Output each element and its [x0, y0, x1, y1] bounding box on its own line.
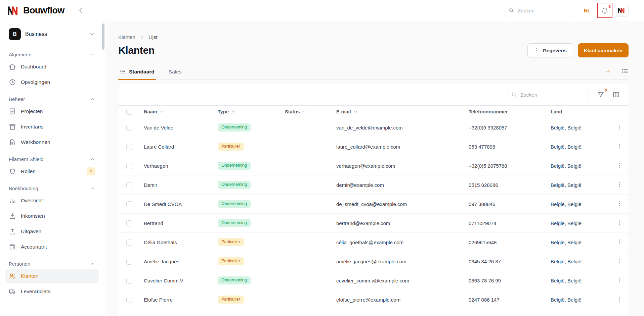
clients-table-card: 0 Naam Type Status	[118, 84, 629, 316]
sidebar-item-klanten[interactable]: Klanten	[5, 269, 99, 283]
bell-icon	[601, 7, 609, 14]
table-row[interactable]: Eloïse Pierre Particulier eloïse_pierre@…	[118, 290, 629, 309]
view-toggle-button[interactable]	[621, 67, 629, 75]
workspace-switcher[interactable]: B Business	[5, 26, 99, 42]
app-logo[interactable]: Bouwflow	[7, 5, 65, 16]
cell-country: België, België	[551, 201, 582, 207]
sidebar-collapse-button[interactable]	[77, 6, 85, 15]
row-checkbox[interactable]	[126, 201, 132, 207]
table-row[interactable]: Laure Collard Particulier laure_collard@…	[118, 137, 629, 156]
sidebar-item-inkomsten[interactable]: Inkomsten	[5, 209, 99, 223]
table-search-input[interactable]	[520, 92, 585, 98]
table-row[interactable]: Célia Goethals Particulier célia_goethal…	[118, 233, 629, 252]
column-header-type[interactable]: Type	[214, 106, 281, 118]
title-row: Klanten Gegevens Klant aanmaken	[118, 43, 629, 57]
sidebar-item-projecten[interactable]: Projecten	[5, 104, 99, 119]
row-actions-button[interactable]	[616, 296, 623, 303]
sidebar-item-dashboard[interactable]: Dashboard	[5, 59, 99, 74]
bouwflow-logo-icon	[7, 5, 21, 16]
gegevens-button[interactable]: Gegevens	[527, 43, 573, 57]
chevron-up-icon	[90, 96, 95, 102]
notifications-button[interactable]: 3	[598, 4, 611, 17]
table-header-row: Naam Type Status E-mail Telefoonnummer L…	[118, 106, 629, 118]
row-checkbox[interactable]	[126, 297, 132, 303]
row-checkbox[interactable]	[126, 240, 132, 246]
toggle-columns-button[interactable]	[612, 91, 620, 98]
breadcrumb: Klanten Lijst	[118, 34, 629, 40]
cell-name: Demir	[144, 182, 157, 188]
sidebar-item-opvolgingen[interactable]: Opvolgingen	[5, 75, 99, 90]
sidebar-section-header[interactable]: Beheer	[5, 94, 99, 104]
sidebar-item-leveranciers[interactable]: Leveranciers	[5, 284, 99, 299]
type-badge: Particulier	[218, 238, 244, 246]
row-checkbox[interactable]	[126, 182, 132, 188]
sidebar-item-label: Opvolgingen	[21, 79, 50, 85]
sidebar-section-header[interactable]: Personen	[5, 258, 99, 269]
cell-country: België, België	[551, 182, 582, 188]
chevron-up-icon	[90, 52, 95, 57]
add-view-button[interactable]	[604, 67, 612, 75]
sidebar-section-header[interactable]: Algemeen	[5, 49, 99, 59]
row-checkbox[interactable]	[126, 220, 132, 226]
column-header-land[interactable]: Land	[547, 106, 610, 118]
sidebar-item-uitgaven[interactable]: Uitgaven	[5, 224, 99, 239]
select-all-checkbox[interactable]	[126, 109, 132, 115]
breadcrumb-parent[interactable]: Klanten	[118, 34, 135, 40]
chevron-down-icon	[89, 31, 95, 38]
table-row[interactable]: Cuvelier Comm.V Onderneming cuvelier_com…	[118, 271, 629, 290]
table-row[interactable]: Verhaegen Onderneming verhaegen@example.…	[118, 156, 629, 175]
truck-icon	[9, 288, 16, 295]
cell-email: cuvelier_comm.v@example.com	[336, 278, 409, 283]
column-header-status[interactable]: Status	[281, 106, 332, 118]
column-header-label: Type	[218, 109, 229, 114]
column-header-telefoonnummer[interactable]: Telefoonnummer	[465, 106, 547, 118]
row-checkbox[interactable]	[126, 163, 132, 169]
tab-standaard[interactable]: Standaard	[118, 68, 156, 80]
sidebar-item-inventaris[interactable]: Inventaris	[5, 119, 99, 134]
page-title: Klanten	[118, 45, 155, 56]
table-row[interactable]: Bertrand Onderneming bertrand@example.co…	[118, 214, 629, 233]
row-actions-button[interactable]	[616, 219, 623, 226]
global-search-input[interactable]	[518, 8, 572, 13]
table-search[interactable]	[507, 88, 589, 101]
user-avatar[interactable]	[616, 4, 629, 17]
row-actions-button[interactable]	[616, 239, 623, 245]
global-search[interactable]	[504, 4, 576, 17]
sidebar-item-werkbonnen[interactable]: Werkbonnen	[5, 135, 99, 150]
row-actions-button[interactable]	[616, 200, 623, 207]
row-actions-button[interactable]	[616, 258, 623, 264]
row-checkbox[interactable]	[126, 259, 132, 265]
cell-name: Verhaegen	[144, 163, 168, 169]
table-row[interactable]: Amélie Jacques Particulier amélie_jacque…	[118, 252, 629, 271]
cell-country: België, België	[551, 297, 582, 303]
chevron-up-icon	[90, 261, 95, 267]
sidebar-item-overzicht[interactable]: Overzicht	[5, 193, 99, 208]
row-actions-button[interactable]	[616, 162, 623, 169]
tab-sales[interactable]: Sales	[167, 69, 183, 80]
column-header-naam[interactable]: Naam	[140, 106, 214, 118]
list-icon	[120, 68, 126, 75]
column-header-label: Telefoonnummer	[469, 109, 508, 114]
row-actions-button[interactable]	[616, 277, 623, 283]
funnel-icon	[597, 91, 604, 98]
sidebar-item-label: Klanten	[21, 273, 39, 279]
language-button[interactable]: NL	[581, 4, 594, 17]
table-row[interactable]: De Smedt CVOA Onderneming de_smedt_cvoa@…	[118, 195, 629, 214]
filter-button[interactable]: 0	[597, 91, 604, 98]
sidebar-item-accountant[interactable]: Accountant	[5, 240, 99, 254]
row-actions-button[interactable]	[616, 124, 623, 130]
sidebar-item-rollen[interactable]: Rollen 1	[5, 164, 99, 179]
row-actions-button[interactable]	[616, 181, 623, 188]
row-checkbox[interactable]	[126, 278, 132, 284]
row-checkbox[interactable]	[126, 125, 132, 131]
sidebar-section-header[interactable]: Filament Shield	[5, 154, 99, 164]
table-row[interactable]: Van de Velde Onderneming van_de_velde@ex…	[118, 118, 629, 137]
create-client-button[interactable]: Klant aanmaken	[578, 43, 629, 57]
column-header-e-mail[interactable]: E-mail	[332, 106, 465, 118]
row-actions-button[interactable]	[616, 143, 623, 150]
sidebar-scrollbar[interactable]	[102, 23, 104, 50]
cell-phone: 0247 086 147	[469, 297, 500, 303]
row-checkbox[interactable]	[126, 144, 132, 150]
table-row[interactable]: Demir Onderneming demir@example.com 0515…	[118, 175, 629, 195]
sidebar-section-header[interactable]: Boekhouding	[5, 183, 99, 193]
